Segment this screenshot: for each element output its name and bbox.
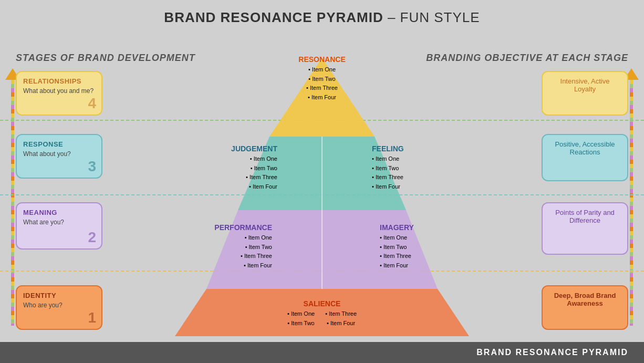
stage-meaning-desc: What are you? [23,219,95,226]
stages-label: STAGES of BRAND DEVELOPMENT [16,53,195,64]
salience-title: SALIENCE [251,299,393,308]
section-performance: PERFORMANCE Item One Item Two Item Three… [191,223,272,270]
stage-identity-title: IDENTITY [23,292,95,299]
imagery-item-4: Item Four [380,261,456,271]
stage-response-num: 3 [88,158,96,175]
stage-relationships-num: 4 [88,95,96,112]
obj-awareness: Deep, Broad Brand Awareness [542,285,628,330]
obj-parity-text: Points of Parity and Difference [555,209,615,224]
judgement-item-4: Item Four [201,182,277,192]
stage-meaning-num: 2 [88,229,96,246]
stage-identity-num: 1 [88,309,96,326]
stage-response-desc: What about you? [23,150,95,158]
feeling-item-2: Item Two [372,164,448,173]
imagery-item-3: Item Three [380,252,456,261]
main-container: BRAND RESONANCE PYRAMID – FUN STYLE STAG… [0,0,644,363]
section-judgement: JUDGEMENT Item One Item Two Item Three I… [201,144,277,191]
stage-relationships-desc: What about you and me? [23,87,95,95]
pyramid-labels: RESONANCE Item One Item Two Item Three I… [175,53,469,336]
stage-identity-desc: Who are you? [23,302,95,309]
resonance-item-4: Item Four [280,93,364,102]
stage-meaning-title: MEANING [23,209,95,216]
stage-response-title: RESPONSE [23,140,95,148]
obj-awareness-text: Deep, Broad Brand Awareness [554,292,616,307]
footer: BRAND RESONANCE PYRAMID [0,342,644,363]
stage-response: RESPONSE What about you? 3 [16,134,102,179]
performance-item-2: Item Two [191,243,272,252]
judgement-item-1: Item One [201,154,277,164]
performance-items: Item One Item Two Item Three Item Four [191,233,272,270]
performance-item-4: Item Four [191,261,272,271]
resonance-items: Item One Item Two Item Three Item Four [280,65,364,102]
imagery-title: IMAGERY [380,223,456,232]
pyramid-container: RESONANCE Item One Item Two Item Three I… [175,53,469,336]
feeling-item-3: Item Three [372,173,448,182]
obj-loyalty-text: Intensive, Active Loyalty [560,77,610,93]
resonance-item-1: Item One [280,65,364,75]
obj-loyalty: Intensive, Active Loyalty [542,71,628,116]
stage-identity: IDENTITY Who are you? 1 [16,285,102,330]
judgement-title: JUDGEMENT [201,144,277,153]
left-arrow-line [11,80,14,326]
resonance-item-2: Item Two [280,75,364,84]
salience-items: Item One Item Two Item Three Item Four [251,309,393,328]
feeling-item-4: Item Four [372,182,448,192]
salience-item-3: Item Three [325,309,357,319]
section-resonance: RESONANCE Item One Item Two Item Three I… [280,55,364,102]
judgement-item-2: Item Two [201,164,277,173]
obj-parity: Points of Parity and Difference [542,202,628,255]
salience-item-1: Item One [287,309,315,319]
resonance-title: RESONANCE [280,55,364,64]
right-arrow-line [630,80,633,326]
obj-reactions: Positive, Accessible Reactions [542,134,628,181]
stage-relationships-title: RELATIONSHIPS [23,77,95,85]
salience-col1: Item One Item Two [287,309,315,328]
footer-text: BRAND RESONANCE PYRAMID [476,348,628,357]
feeling-item-1: Item One [372,154,448,164]
resonance-item-3: Item Three [280,84,364,93]
header-title: BRAND RESONANCE PYRAMID – FUN STYLE [164,9,480,25]
performance-title: PERFORMANCE [191,223,272,232]
imagery-item-2: Item Two [380,243,456,252]
salience-item-4: Item Four [325,319,357,328]
section-feeling: FEELING Item One Item Two Item Three Ite… [372,144,448,191]
performance-item-1: Item One [191,233,272,243]
stage-relationships: RELATIONSHIPS What about you and me? 4 [16,71,102,116]
header-title-normal: – FUN STYLE [383,9,480,25]
imagery-items: Item One Item Two Item Three Item Four [380,233,456,270]
judgement-items: Item One Item Two Item Three Item Four [201,154,277,191]
performance-item-3: Item Three [191,252,272,261]
salience-item-2: Item Two [287,319,315,328]
salience-col2: Item Three Item Four [325,309,357,328]
judgement-item-3: Item Three [201,173,277,182]
obj-reactions-text: Positive, Accessible Reactions [555,140,615,156]
section-salience: SALIENCE Item One Item Two Item Three It… [251,299,393,328]
feeling-items: Item One Item Two Item Three Item Four [372,154,448,191]
imagery-item-1: Item One [380,233,456,243]
feeling-title: FEELING [372,144,448,153]
section-imagery: IMAGERY Item One Item Two Item Three Ite… [380,223,456,270]
header: BRAND RESONANCE PYRAMID – FUN STYLE [164,9,480,26]
stage-meaning: MEANING What are you? 2 [16,202,102,250]
header-title-bold: BRAND RESONANCE PYRAMID [164,9,383,25]
